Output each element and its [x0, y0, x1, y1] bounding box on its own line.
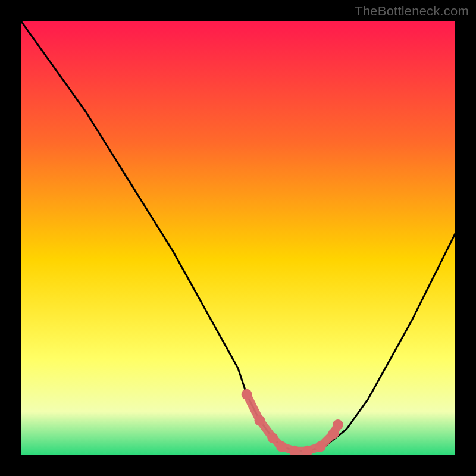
gradient-background [21, 21, 455, 455]
highlight-dot [267, 433, 278, 443]
chart-frame: TheBottleneck.com [0, 0, 476, 476]
bottleneck-chart [21, 21, 455, 455]
highlight-dot [242, 389, 252, 400]
highlight-dot [315, 441, 326, 452]
plot-area [21, 21, 455, 455]
highlight-dot [255, 415, 265, 426]
watermark-text: TheBottleneck.com [355, 4, 469, 19]
highlight-dot [276, 441, 287, 452]
highlight-dot [333, 419, 343, 430]
